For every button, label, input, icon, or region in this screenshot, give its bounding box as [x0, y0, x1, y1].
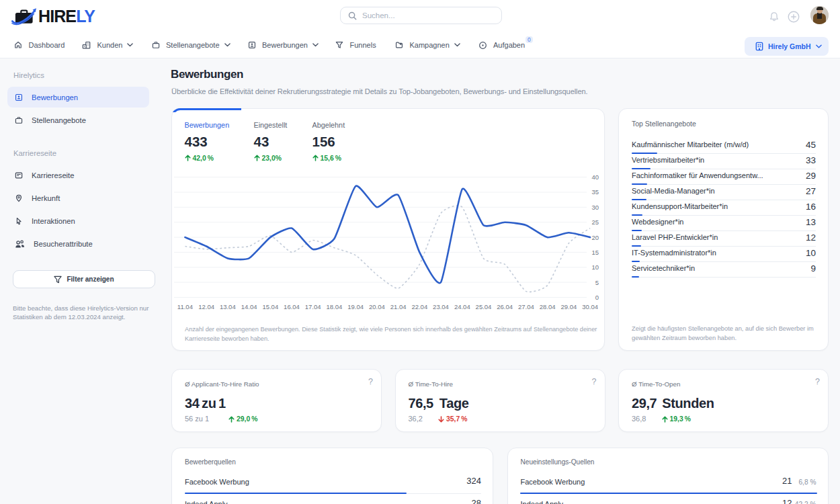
svg-text:24.04: 24.04: [454, 303, 470, 310]
svg-text:0: 0: [595, 294, 599, 301]
svg-text:15.04: 15.04: [262, 303, 278, 310]
svg-text:15: 15: [591, 249, 599, 256]
svg-text:5: 5: [595, 279, 599, 286]
svg-text:19.04: 19.04: [347, 303, 364, 310]
svg-text:23.04: 23.04: [433, 303, 449, 310]
svg-text:35: 35: [591, 188, 599, 196]
svg-text:16.04: 16.04: [284, 303, 300, 310]
svg-text:18.04: 18.04: [327, 303, 343, 310]
svg-text:12.04: 12.04: [198, 303, 214, 310]
svg-text:20.04: 20.04: [369, 303, 385, 310]
svg-text:17.04: 17.04: [305, 303, 321, 310]
svg-text:25.04: 25.04: [476, 303, 492, 310]
svg-text:10: 10: [591, 263, 599, 271]
svg-text:13.04: 13.04: [220, 303, 236, 310]
svg-text:28.04: 28.04: [540, 303, 556, 310]
svg-text:30: 30: [591, 204, 599, 211]
svg-text:29.04: 29.04: [561, 303, 577, 310]
svg-text:22.04: 22.04: [411, 303, 427, 310]
svg-text:26.04: 26.04: [497, 303, 513, 310]
svg-text:21.04: 21.04: [390, 303, 407, 310]
svg-text:20: 20: [591, 234, 599, 241]
svg-text:40: 40: [591, 173, 599, 181]
svg-text:14.04: 14.04: [241, 303, 257, 310]
svg-text:25: 25: [591, 218, 599, 226]
svg-text:30.04: 30.04: [582, 303, 598, 310]
svg-text:27.04: 27.04: [518, 303, 534, 310]
svg-text:11.04: 11.04: [177, 303, 193, 310]
